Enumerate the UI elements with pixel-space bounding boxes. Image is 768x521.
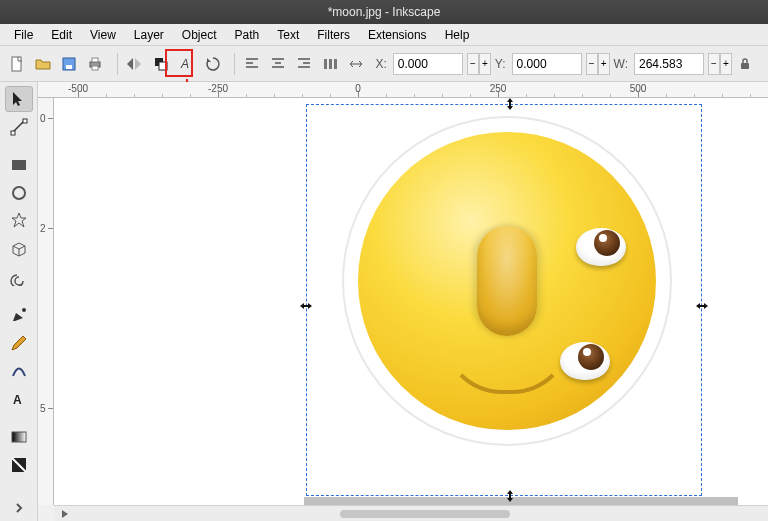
- svg-text:A: A: [180, 57, 189, 71]
- align-center-button[interactable]: [267, 51, 289, 77]
- tool-calligraphy[interactable]: [5, 358, 33, 384]
- save-button[interactable]: [58, 51, 80, 77]
- coord-x-input[interactable]: [393, 53, 463, 75]
- print-button[interactable]: [84, 51, 106, 77]
- tool-3dbox[interactable]: [5, 236, 33, 262]
- menu-edit[interactable]: Edit: [43, 26, 80, 44]
- svg-rect-5: [92, 66, 98, 70]
- svg-point-19: [13, 187, 25, 199]
- coord-w-label: W:: [614, 57, 630, 71]
- horizontal-ruler[interactable]: -500-25002505007501000: [38, 82, 768, 98]
- ruler-tick-label: 500: [630, 83, 647, 94]
- menu-path[interactable]: Path: [227, 26, 268, 44]
- svg-rect-11: [334, 59, 337, 69]
- svg-rect-9: [324, 59, 327, 69]
- svg-rect-4: [92, 58, 98, 62]
- selection-handle-n[interactable]: [504, 98, 516, 110]
- svg-rect-0: [12, 57, 21, 71]
- ruler-tick-label: -500: [68, 83, 88, 94]
- coord-w-dec[interactable]: −: [708, 53, 720, 75]
- tool-text[interactable]: A: [5, 386, 33, 412]
- coord-w-inc[interactable]: +: [720, 53, 732, 75]
- align-left-button[interactable]: [241, 51, 263, 77]
- coord-x-dec[interactable]: −: [467, 53, 479, 75]
- tool-rectangle[interactable]: [5, 152, 33, 178]
- ruler-tick-label: -250: [208, 83, 228, 94]
- chevron-right-icon: [60, 510, 70, 518]
- moon-mouth: [442, 334, 572, 394]
- tool-gradient[interactable]: [5, 424, 33, 450]
- separator: [234, 53, 235, 75]
- tool-pen[interactable]: [5, 302, 33, 328]
- canvas[interactable]: [54, 98, 768, 505]
- moon-eye-right: [576, 228, 626, 266]
- svg-rect-12: [741, 63, 749, 69]
- svg-rect-22: [12, 432, 26, 442]
- menu-filters[interactable]: Filters: [309, 26, 358, 44]
- menu-layer[interactable]: Layer: [126, 26, 172, 44]
- coord-y-label: Y:: [495, 57, 508, 71]
- selection-handle-s[interactable]: [504, 490, 516, 502]
- lock-ratio-button[interactable]: [732, 51, 758, 77]
- toolbar: A X: −+ Y: −+ W: −+: [0, 46, 768, 82]
- page-shadow: [304, 497, 738, 505]
- toolbox-expand[interactable]: [5, 495, 33, 521]
- spacing-button[interactable]: [345, 51, 367, 77]
- image-moon-face[interactable]: [358, 132, 656, 430]
- menu-view[interactable]: View: [82, 26, 124, 44]
- coord-y: Y: −+: [495, 53, 610, 75]
- svg-rect-2: [66, 65, 72, 69]
- moon-nose: [477, 226, 537, 336]
- align-right-button[interactable]: [293, 51, 315, 77]
- ruler-tick-label: 0: [40, 113, 46, 124]
- separator: [117, 53, 118, 75]
- menu-file[interactable]: File: [6, 26, 41, 44]
- tool-pencil[interactable]: [5, 330, 33, 356]
- coord-w-input[interactable]: [634, 53, 704, 75]
- window-titlebar: *moon.jpg - Inkscape: [0, 0, 768, 24]
- open-button[interactable]: [32, 51, 54, 77]
- svg-rect-7: [159, 62, 167, 70]
- coord-x: X: −+: [376, 53, 491, 75]
- ruler-tick-label: 2: [40, 223, 46, 234]
- menu-object[interactable]: Object: [174, 26, 225, 44]
- coord-x-inc[interactable]: +: [479, 53, 491, 75]
- svg-rect-16: [11, 131, 15, 135]
- tool-selector[interactable]: [5, 86, 33, 112]
- rotate-button[interactable]: [202, 51, 224, 77]
- tool-node[interactable]: [5, 114, 33, 140]
- ruler-tick-label: 5: [40, 403, 46, 414]
- svg-text:A: A: [13, 393, 22, 407]
- coord-y-input[interactable]: [512, 53, 582, 75]
- ruler-tick-label: 0: [355, 83, 361, 94]
- text-dir-button[interactable]: A: [176, 51, 198, 77]
- svg-rect-18: [12, 160, 26, 170]
- distribute-button[interactable]: [319, 51, 341, 77]
- menu-bar: File Edit View Layer Object Path Text Fi…: [0, 24, 768, 46]
- tool-ellipse[interactable]: [5, 180, 33, 206]
- coord-y-dec[interactable]: −: [586, 53, 598, 75]
- tool-spiral[interactable]: [5, 264, 33, 290]
- new-button[interactable]: [6, 51, 28, 77]
- window-title: *moon.jpg - Inkscape: [328, 5, 441, 19]
- horizontal-scrollbar[interactable]: [54, 505, 768, 521]
- menu-text[interactable]: Text: [269, 26, 307, 44]
- ruler-tick-label: 250: [490, 83, 507, 94]
- toolbox: A: [0, 82, 38, 521]
- svg-rect-10: [329, 59, 332, 69]
- svg-point-20: [22, 308, 26, 312]
- svg-rect-17: [23, 119, 27, 123]
- tool-star[interactable]: [5, 208, 33, 234]
- fill-stroke-button[interactable]: [150, 51, 172, 77]
- selection-handle-w[interactable]: [300, 300, 312, 312]
- vertical-ruler[interactable]: 025: [38, 98, 54, 505]
- tool-tweak[interactable]: [5, 452, 33, 478]
- coord-w: W: −+: [614, 53, 732, 75]
- coord-x-label: X:: [376, 57, 389, 71]
- selection-handle-e[interactable]: [696, 300, 708, 312]
- coord-y-inc[interactable]: +: [598, 53, 610, 75]
- scrollbar-thumb[interactable]: [340, 510, 510, 518]
- menu-extensions[interactable]: Extensions: [360, 26, 435, 44]
- flip-h-button[interactable]: [123, 51, 145, 77]
- menu-help[interactable]: Help: [437, 26, 478, 44]
